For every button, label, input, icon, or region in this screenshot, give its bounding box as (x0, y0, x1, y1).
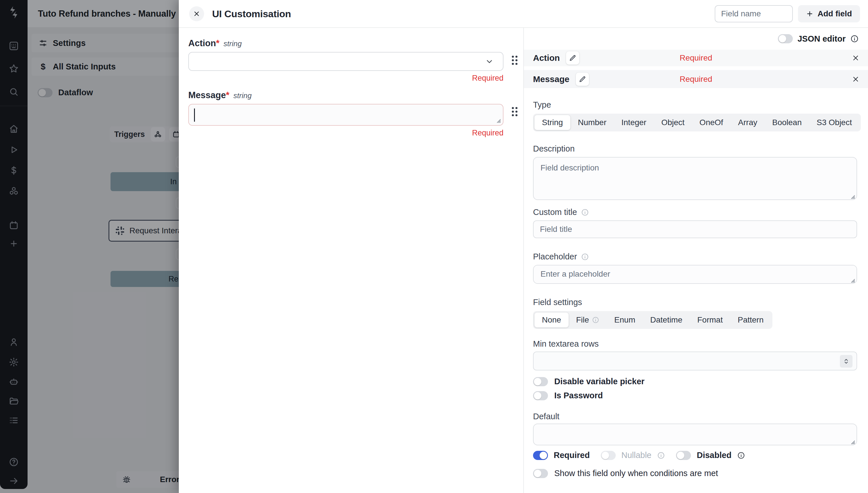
type-option-s3object[interactable]: S3 Object (809, 115, 860, 130)
default-label: Default (533, 412, 857, 421)
type-option-array[interactable]: Array (731, 115, 765, 130)
type-option-object[interactable]: Object (654, 115, 692, 130)
chevron-down-icon (485, 57, 494, 66)
disabled-toggle[interactable] (676, 451, 691, 460)
description-field-wrap (533, 157, 857, 201)
message-field-label-row: Message*string (188, 90, 523, 101)
field-row-status: Required (680, 53, 713, 63)
required-asterisk: * (226, 90, 229, 100)
close-icon (852, 54, 860, 62)
is-password-row: Is Password (533, 391, 857, 400)
drag-handle-icon[interactable] (510, 105, 520, 118)
info-icon (592, 316, 599, 324)
custom-title-input[interactable] (533, 220, 857, 238)
required-toggle[interactable] (533, 451, 548, 460)
nullable-toggle[interactable] (601, 451, 616, 460)
resize-corner-icon[interactable] (849, 277, 855, 283)
conditions-label: Show this field only when conditions are… (554, 469, 718, 478)
field-settings-option-pattern[interactable]: Pattern (730, 313, 771, 327)
add-field-label: Add field (818, 9, 852, 18)
plus-icon (806, 10, 813, 18)
modal-overlay[interactable] (0, 0, 179, 493)
type-label: Type (533, 100, 857, 110)
field-row-name: Action (533, 53, 560, 63)
info-icon[interactable] (581, 208, 589, 216)
resize-corner-icon[interactable] (849, 439, 855, 445)
placeholder-field-wrap (533, 265, 857, 285)
message-textarea[interactable] (188, 104, 504, 126)
remove-field-button[interactable] (852, 76, 860, 83)
field-settings-option-format[interactable]: Format (690, 313, 730, 327)
nullable-toggle-group: Nullable (601, 451, 665, 460)
info-icon[interactable] (737, 451, 745, 459)
conditions-toggle[interactable] (533, 469, 548, 478)
field-settings-option-file[interactable]: File (569, 313, 607, 327)
number-stepper[interactable] (840, 355, 852, 368)
type-segmented-control: String Number Integer Object OneOf Array… (533, 114, 861, 131)
type-option-integer[interactable]: Integer (614, 115, 654, 130)
message-field-control (188, 104, 504, 126)
field-settings-option-datetime[interactable]: Datetime (643, 313, 690, 327)
message-field-type: string (233, 91, 252, 100)
disabled-toggle-label: Disabled (697, 451, 732, 460)
app-root: Tuto Refund branches - Manually Settings… (0, 0, 868, 493)
type-option-number[interactable]: Number (570, 115, 614, 130)
info-icon[interactable] (657, 451, 665, 459)
close-icon (193, 10, 200, 17)
pencil-icon (569, 54, 576, 62)
field-row-name: Message (533, 74, 570, 84)
info-icon[interactable] (581, 253, 589, 261)
required-asterisk: * (216, 38, 219, 48)
type-option-oneof[interactable]: OneOf (692, 115, 731, 130)
field-row-message[interactable]: Message Required (524, 70, 868, 88)
message-field-label: Message*string (188, 90, 252, 100)
stepper-chevrons-icon (843, 358, 850, 365)
validation-toggles-row: Required Nullable Disabled (533, 451, 857, 460)
min-rows-number-input[interactable] (533, 351, 857, 370)
edit-field-button[interactable] (576, 72, 589, 86)
field-editor-panel: JSON editor Action Required Message Requ… (524, 28, 868, 493)
modal-header: UI Customisation Add field (179, 0, 868, 28)
drag-handle-icon[interactable] (510, 53, 520, 67)
add-field-button[interactable]: Add field (798, 5, 860, 22)
json-editor-toggle[interactable] (778, 34, 793, 43)
type-option-boolean[interactable]: Boolean (765, 115, 809, 130)
disable-variable-picker-toggle[interactable] (533, 377, 548, 386)
required-toggle-label: Required (554, 451, 590, 460)
field-settings-option-none[interactable]: None (534, 313, 569, 327)
json-editor-row: JSON editor (524, 28, 868, 50)
field-editor-body: Type String Number Integer Object OneOf … (524, 100, 868, 478)
disabled-toggle-group: Disabled (676, 451, 745, 460)
disable-variable-picker-label: Disable variable picker (554, 377, 644, 386)
nullable-toggle-label: Nullable (621, 451, 652, 460)
remove-field-button[interactable] (852, 54, 860, 62)
modal-header-controls: Add field (715, 5, 860, 22)
is-password-label: Is Password (554, 391, 603, 400)
text-cursor (194, 108, 195, 122)
resize-corner-icon[interactable] (495, 117, 501, 123)
field-name-input[interactable] (715, 5, 793, 22)
custom-title-label: Custom title (533, 208, 857, 217)
type-option-string[interactable]: String (534, 115, 570, 130)
resize-corner-icon[interactable] (849, 193, 855, 199)
action-select[interactable] (188, 52, 504, 71)
is-password-toggle[interactable] (533, 391, 548, 400)
form-preview-column: Action*string Required Message*string Re… (179, 28, 523, 493)
description-textarea[interactable] (533, 157, 857, 200)
field-row-status: Required (680, 74, 713, 84)
json-editor-label: JSON editor (798, 34, 846, 44)
edit-field-button[interactable] (566, 51, 579, 65)
default-textarea[interactable] (533, 424, 857, 445)
conditions-row: Show this field only when conditions are… (533, 469, 857, 478)
action-required-hint: Required (188, 74, 504, 83)
modal-title: UI Customisation (212, 0, 291, 28)
field-settings-option-enum[interactable]: Enum (607, 313, 643, 327)
field-settings-label: Field settings (533, 298, 857, 307)
action-field-type: string (224, 39, 242, 48)
close-button[interactable] (189, 6, 204, 21)
placeholder-label: Placeholder (533, 252, 857, 261)
disable-variable-picker-row: Disable variable picker (533, 377, 857, 386)
field-row-action[interactable]: Action Required (524, 50, 868, 66)
info-icon[interactable] (850, 35, 859, 43)
placeholder-textarea[interactable] (533, 265, 857, 284)
